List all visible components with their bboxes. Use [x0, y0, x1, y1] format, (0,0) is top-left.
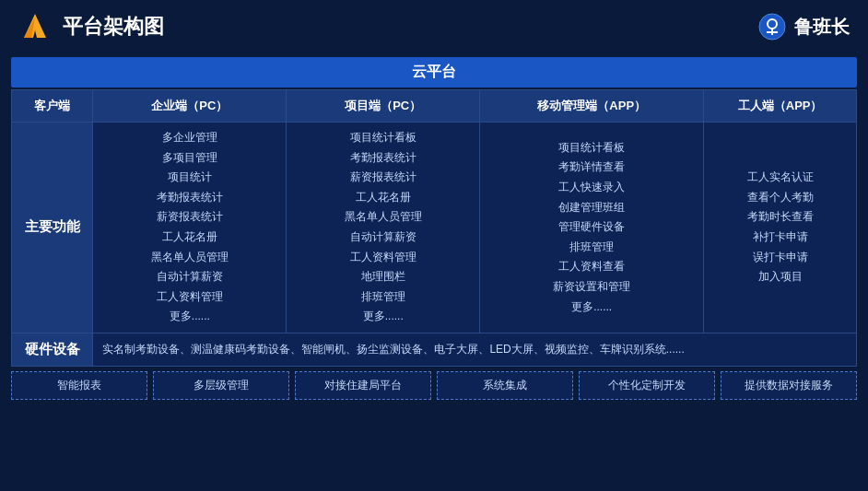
- project-features: 项目统计看板考勤报表统计薪资报表统计工人花名册黑名单人员管理自动计算薪资工人资料…: [287, 123, 480, 333]
- col-client: 客户端: [12, 90, 93, 123]
- brand-section: 鲁班长: [757, 12, 850, 41]
- bottom-features: 智能报表多层级管理对接住建局平台系统集成个性化定制开发提供数据对接服务: [11, 371, 857, 400]
- bottom-item-5: 提供数据对接服务: [721, 371, 857, 400]
- header-left: 平台架构图: [18, 10, 164, 43]
- page-title: 平台架构图: [63, 13, 164, 41]
- logo-icon: [18, 10, 52, 43]
- brand-icon: [757, 12, 787, 41]
- bottom-item-0: 智能报表: [11, 371, 147, 400]
- hardware-label: 硬件设备: [12, 333, 93, 366]
- brand-name: 鲁班长: [794, 15, 850, 40]
- col-mobile: 移动管理端（APP）: [480, 90, 704, 123]
- bottom-item-4: 个性化定制开发: [579, 371, 715, 400]
- col-worker: 工人端（APP）: [704, 90, 857, 123]
- main-content: 云平台 客户端 企业端（PC） 项目端（PC） 移: [0, 53, 868, 405]
- bottom-item-1: 多层级管理: [153, 371, 289, 400]
- enterprise-features: 多企业管理多项目管理项目统计考勤报表统计薪资报表统计工人花名册黑名单人员管理自动…: [93, 123, 287, 333]
- hardware-desc: 实名制考勤设备、测温健康码考勤设备、智能闸机、扬尘监测设备、电子大屏、LED大屏…: [93, 333, 857, 366]
- bottom-item-3: 系统集成: [437, 371, 573, 400]
- cloud-banner: 云平台: [11, 57, 857, 88]
- worker-features: 工人实名认证查看个人考勤考勤时长查看补打卡申请误打卡申请加入项目: [704, 123, 857, 333]
- arch-table: 客户端 企业端（PC） 项目端（PC） 移动管理端（APP） 工人端（APP）: [11, 89, 857, 367]
- svg-point-2: [759, 14, 785, 40]
- col-enterprise: 企业端（PC）: [93, 90, 287, 123]
- bottom-item-2: 对接住建局平台: [295, 371, 431, 400]
- mobile-features: 项目统计看板考勤详情查看工人快速录入创建管理班组管理硬件设备排班管理工人资料查看…: [480, 123, 704, 333]
- page-header: 平台架构图 鲁班长: [0, 0, 868, 53]
- col-project: 项目端（PC）: [287, 90, 480, 123]
- main-function-label: 主要功能: [12, 123, 93, 333]
